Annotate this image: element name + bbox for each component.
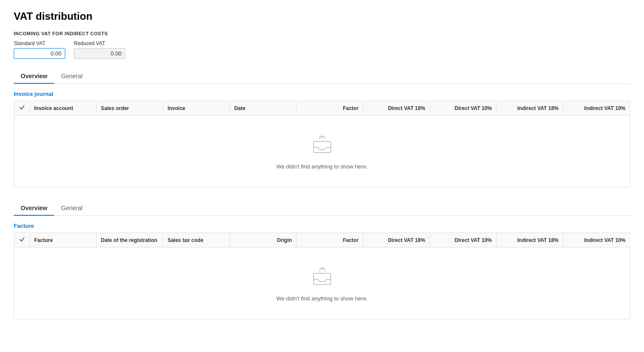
invoice-journal-empty-text: We didn't find anything to show here. <box>276 163 368 170</box>
reduced-vat-label: Reduced VAT <box>74 40 125 46</box>
col-facture-indirect-vat-10: Indirect VAT 10% <box>563 233 630 248</box>
tab-bottom-general[interactable]: General <box>54 201 89 216</box>
incoming-vat-label: INCOMING VAT FOR INDIRECT COSTS <box>14 31 630 36</box>
tab-bottom-overview[interactable]: Overview <box>14 201 54 216</box>
reduced-vat-input[interactable] <box>74 48 125 59</box>
col-check <box>14 101 30 116</box>
col-indirect-vat-18: Indirect VAT 18% <box>497 101 563 116</box>
col-origin: Origin <box>230 233 296 248</box>
col-date-registration: Date of the registration <box>96 233 163 248</box>
tab-top-general[interactable]: General <box>54 69 89 84</box>
invoice-journal-empty-row: We didn't find anything to show here. <box>14 116 630 187</box>
facture-table: Facture Date of the registration Sales t… <box>14 233 630 319</box>
standard-vat-group: Standard VAT <box>14 40 65 59</box>
invoice-journal-header-row: Invoice account Sales order Invoice Date… <box>14 101 630 116</box>
vat-fields-row: Standard VAT Reduced VAT <box>14 40 630 59</box>
col-facture-name: Facture <box>30 233 96 248</box>
col-direct-vat-10: Direct VAT 10% <box>430 101 496 116</box>
col-sales-tax-code: Sales tax code <box>163 233 229 248</box>
empty-inbox-icon <box>310 133 334 158</box>
invoice-journal-table: Invoice account Sales order Invoice Date… <box>14 101 630 187</box>
svg-point-1 <box>321 137 323 138</box>
col-facture-factor: Factor <box>296 233 363 248</box>
invoice-journal-title[interactable]: Invoice journal <box>14 91 630 97</box>
col-facture-direct-vat-10: Direct VAT 10% <box>430 233 496 248</box>
col-facture-indirect-vat-18: Indirect VAT 18% <box>497 233 563 248</box>
facture-title[interactable]: Facture <box>14 223 630 229</box>
tabs-bottom: Overview General <box>14 201 630 216</box>
tabs-top: Overview General <box>14 69 630 84</box>
col-invoice: Invoice <box>163 101 229 116</box>
facture-empty-state: We didn't find anything to show here. <box>14 248 630 319</box>
facture-empty-row: We didn't find anything to show here. <box>14 248 630 319</box>
col-sales-order: Sales order <box>96 101 163 116</box>
svg-point-3 <box>321 269 323 270</box>
reduced-vat-group: Reduced VAT <box>74 40 125 59</box>
facture-section: Facture Facture Date of the registration… <box>14 223 630 319</box>
tab-top-overview[interactable]: Overview <box>14 69 54 84</box>
page-title: VAT distribution <box>14 10 630 22</box>
col-direct-vat-18: Direct VAT 18% <box>363 101 430 116</box>
col-facture-check <box>14 233 30 248</box>
facture-empty-inbox-icon <box>310 265 334 290</box>
incoming-vat-section: INCOMING VAT FOR INDIRECT COSTS Standard… <box>14 31 630 59</box>
standard-vat-label: Standard VAT <box>14 40 65 46</box>
col-facture-direct-vat-18: Direct VAT 18% <box>363 233 430 248</box>
col-factor: Factor <box>296 101 363 116</box>
invoice-journal-grid: Invoice account Sales order Invoice Date… <box>14 101 630 187</box>
invoice-journal-section: Invoice journal Invoice account Sales or… <box>14 91 630 187</box>
standard-vat-input[interactable] <box>14 48 65 59</box>
invoice-journal-empty-state: We didn't find anything to show here. <box>14 116 630 187</box>
col-date: Date <box>230 101 296 116</box>
facture-grid: Facture Date of the registration Sales t… <box>14 233 630 319</box>
facture-empty-text: We didn't find anything to show here. <box>276 295 368 302</box>
facture-header-row: Facture Date of the registration Sales t… <box>14 233 630 248</box>
col-indirect-vat-10: Indirect VAT 10% <box>563 101 630 116</box>
col-invoice-account: Invoice account <box>30 101 96 116</box>
